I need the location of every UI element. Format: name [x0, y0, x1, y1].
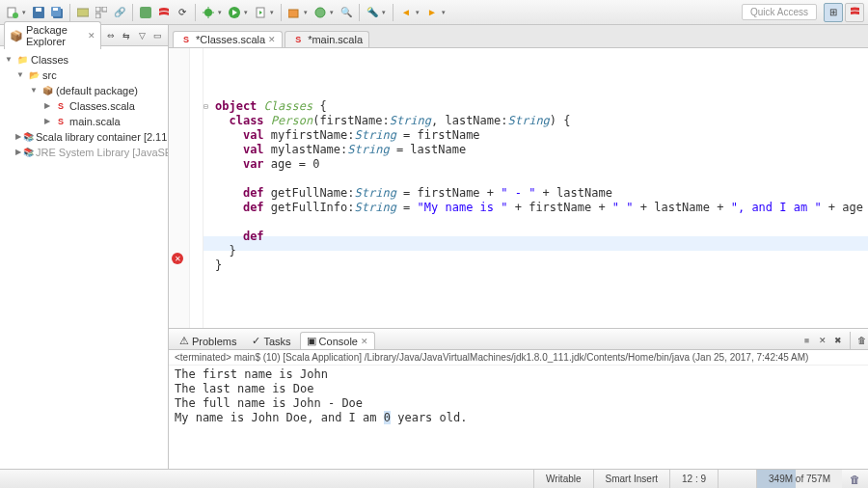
tree-package[interactable]: ▼📦(default package)	[2, 83, 166, 98]
tree-label: main.scala	[69, 114, 121, 129]
save-icon[interactable]	[30, 4, 47, 21]
svg-rect-6	[53, 8, 58, 11]
svg-rect-8	[95, 7, 100, 12]
svg-rect-3	[36, 8, 41, 12]
tree-label: Classes.scala	[69, 98, 135, 114]
tab-label: Tasks	[263, 336, 290, 347]
tree-label: Classes	[31, 52, 68, 68]
scala-file-icon: S	[291, 34, 305, 45]
dropdown-icon[interactable]: ▾	[218, 9, 225, 16]
editor-tabs: S *Classes.scala ✕ S *main.scala ▭ ▢	[169, 25, 868, 48]
toggle-icon[interactable]	[74, 4, 92, 21]
editor-tab-classes[interactable]: S *Classes.scala ✕	[173, 31, 283, 47]
remove-launch-icon[interactable]: ✕	[816, 334, 829, 347]
remove-all-icon[interactable]: ✖	[831, 334, 845, 347]
scala-icon[interactable]	[155, 4, 173, 21]
status-bar: Writable Smart Insert 12 : 9 349M of 757…	[0, 469, 868, 488]
new-class-icon[interactable]	[312, 4, 329, 21]
code-text[interactable]: ⊟object Classes { class Person(firstName…	[215, 99, 868, 273]
search-icon[interactable]: 🔦	[364, 4, 381, 21]
run-last-icon[interactable]	[252, 4, 269, 21]
dropdown-icon[interactable]: ▾	[442, 9, 448, 16]
console-output[interactable]: The first name is John The last name is …	[169, 366, 868, 469]
dropdown-icon[interactable]: ▾	[244, 9, 251, 16]
status-insert-mode: Smart Insert	[593, 470, 669, 488]
svg-rect-7	[77, 9, 89, 16]
terminate-icon[interactable]: ■	[800, 334, 814, 347]
tab-label: Problems	[192, 336, 236, 347]
forward-icon[interactable]: ►	[423, 4, 441, 21]
perspective-open-icon[interactable]: ⊞	[824, 3, 843, 22]
package-icon: 📦	[41, 85, 54, 96]
close-icon[interactable]: ✕	[361, 337, 368, 346]
dropdown-icon[interactable]: ▾	[270, 9, 277, 16]
close-icon[interactable]: ✕	[268, 35, 276, 44]
perspective-scala-icon[interactable]	[845, 3, 864, 22]
save-all-icon[interactable]	[48, 4, 66, 21]
problems-tab[interactable]: ⚠Problems	[173, 332, 243, 349]
tree-label: (default package)	[56, 83, 138, 98]
collapse-icon[interactable]: ⇔	[104, 29, 118, 42]
console-tab[interactable]: ▣Console✕	[300, 332, 375, 349]
error-marker-icon[interactable]: ✕	[172, 253, 183, 264]
svg-rect-10	[95, 14, 100, 18]
tab-label: *main.scala	[308, 34, 363, 45]
package-icon: 📦	[10, 30, 23, 42]
close-icon[interactable]: ✕	[88, 31, 95, 41]
dropdown-icon[interactable]: ▾	[416, 9, 422, 16]
run-icon[interactable]	[226, 4, 243, 21]
code-editor[interactable]: ✕ ⊟object Classes { class Person(firstNa…	[169, 48, 868, 328]
clear-icon[interactable]: 🗑	[855, 334, 868, 347]
tree-label: Scala library container [2.11.8]	[36, 129, 168, 145]
package-explorer-panel: 📦 Package Explorer ✕ ⇔ ⇆ ▽ ▭ ▼📁Classes ▼…	[0, 25, 169, 469]
status-memory: 349M of 757M	[756, 470, 842, 488]
tree-project[interactable]: ▼📁Classes	[2, 52, 166, 68]
gc-icon[interactable]: 🗑	[842, 474, 868, 485]
back-icon[interactable]: ◄	[397, 4, 415, 21]
tree-label: JRE System Library [JavaSE-1.8]	[36, 145, 168, 160]
console-icon: ▣	[307, 335, 316, 347]
dropdown-icon[interactable]: ▾	[22, 9, 29, 16]
editor-tab-main[interactable]: S *main.scala	[285, 31, 369, 47]
dropdown-icon[interactable]: ▾	[382, 9, 389, 16]
svg-point-18	[315, 8, 325, 17]
status-writable: Writable	[533, 470, 593, 488]
tree-file[interactable]: ▶Smain.scala	[2, 114, 166, 129]
svg-point-1	[13, 13, 18, 18]
tasks-tab[interactable]: ✓Tasks	[245, 332, 297, 349]
quick-access-input[interactable]: Quick Access	[742, 4, 817, 20]
svg-rect-17	[288, 10, 298, 17]
tab-label: *Classes.scala	[196, 34, 265, 45]
console-status: <terminated> main$ (10) [Scala Applicati…	[169, 350, 868, 366]
tree-file[interactable]: ▶SClasses.scala	[2, 98, 166, 114]
refresh-icon[interactable]: ⟳	[174, 4, 191, 21]
package-explorer-tab[interactable]: 📦 Package Explorer ✕	[4, 21, 101, 49]
outline-icon[interactable]	[93, 4, 110, 21]
link-editor-icon[interactable]: ⇆	[120, 29, 133, 42]
scala-file-icon: S	[54, 100, 68, 112]
new-icon[interactable]	[4, 4, 21, 21]
build-icon[interactable]	[137, 4, 154, 21]
dropdown-icon[interactable]: ▾	[330, 9, 337, 16]
link-icon[interactable]: 🔗	[111, 4, 128, 21]
panel-title: Package Explorer	[26, 24, 85, 47]
folder-icon: 📂	[27, 69, 41, 81]
main-toolbar: ▾ 🔗 ⟳ ▾ ▾ ▾ ▾ ▾ 🔍 🔦 ▾ ◄ ▾ ► ▾ Quick Acce…	[0, 0, 868, 25]
minimize-icon[interactable]: ▭	[150, 29, 164, 42]
fold-icon[interactable]: ⊟	[203, 99, 208, 114]
tree-src[interactable]: ▼📂src	[2, 68, 166, 83]
scala-file-icon: S	[54, 116, 68, 127]
tree-library[interactable]: ▶📚JRE System Library [JavaSE-1.8]	[2, 145, 166, 160]
open-type-icon[interactable]: 🔍	[338, 4, 355, 21]
tree-library[interactable]: ▶📚Scala library container [2.11.8]	[2, 129, 166, 145]
debug-icon[interactable]	[200, 4, 217, 21]
svg-rect-9	[102, 7, 107, 12]
project-tree[interactable]: ▼📁Classes ▼📂src ▼📦(default package) ▶SCl…	[0, 46, 168, 469]
new-package-icon[interactable]	[285, 4, 303, 21]
gutter[interactable]: ✕	[169, 48, 190, 328]
view-menu-icon[interactable]: ▽	[135, 29, 149, 42]
dropdown-icon[interactable]: ▾	[304, 9, 311, 16]
fold-column[interactable]	[190, 48, 203, 328]
svg-rect-11	[140, 7, 151, 18]
project-icon: 📁	[15, 54, 29, 66]
